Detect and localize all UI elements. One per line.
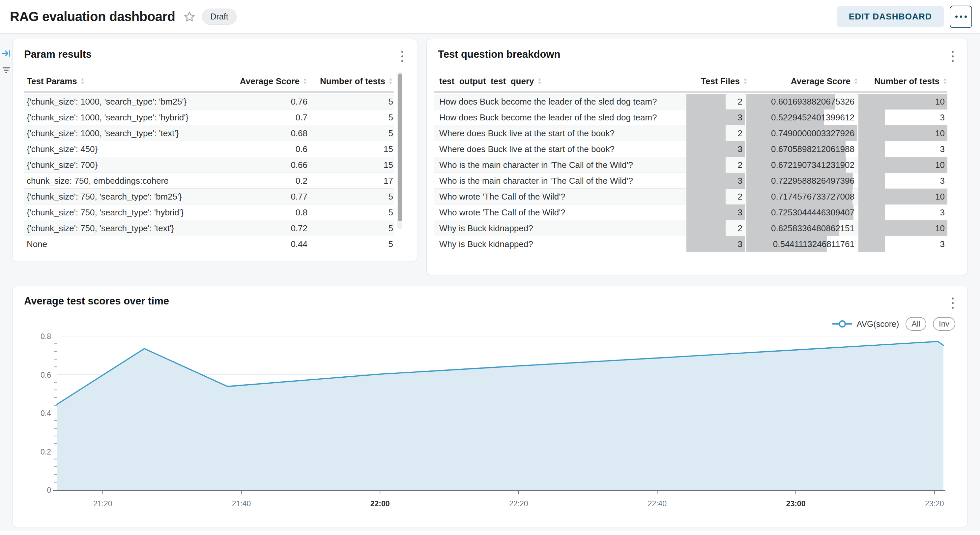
cell-number-of-tests: 5 <box>307 204 394 220</box>
cell-query: Who is the main character in 'The Call o… <box>434 157 685 173</box>
column-header-test-params[interactable]: Test Params <box>24 76 225 86</box>
table-row[interactable]: {'chunk_size': 450}0.615 <box>24 141 394 157</box>
dot <box>960 16 962 18</box>
table-row[interactable]: {'chunk_size': 1000, 'search_type': 'bm2… <box>24 94 394 110</box>
card-menu-kebab-icon[interactable] <box>945 48 960 64</box>
card-title: Param results <box>24 48 92 61</box>
param-results-card: Param results Test Params Average Score … <box>13 39 417 261</box>
cell-number-of-tests: 3 <box>858 141 947 157</box>
more-options-button[interactable] <box>950 6 972 28</box>
svg-text:23:00: 23:00 <box>786 499 806 508</box>
scrollbar-thumb[interactable] <box>398 73 402 221</box>
svg-text:0.2: 0.2 <box>41 447 51 456</box>
cell-query: Who is the main character in 'The Call o… <box>434 173 685 188</box>
cell-query: How does Buck become the leader of the s… <box>434 110 685 125</box>
cell-query: Who wrote 'The Call of the Wild'? <box>434 204 685 220</box>
data-bar <box>686 220 725 236</box>
page-bottom-strip <box>0 531 980 535</box>
sort-icon <box>388 78 393 85</box>
table-body: How does Buck become the leader of the s… <box>434 94 947 252</box>
cell-number-of-tests: 10 <box>858 188 947 204</box>
table-row[interactable]: {'chunk_size': 750, 'search_type': 'text… <box>24 220 394 236</box>
data-bar <box>858 188 947 204</box>
status-badge: Draft <box>202 9 236 25</box>
table-row[interactable]: Where does Buck live at the start of the… <box>434 125 947 141</box>
svg-text:0.8: 0.8 <box>41 332 51 341</box>
cell-test-files: 3 <box>686 204 745 220</box>
table-row[interactable]: {'chunk_size': 1000, 'search_type': 'hyb… <box>24 110 394 125</box>
cell-number-of-tests: 10 <box>858 157 947 173</box>
cell-number-of-tests: 3 <box>858 236 947 252</box>
table-row[interactable]: chunk_size: 750, embeddings:cohere0.217 <box>24 173 394 188</box>
cell-test-params: {'chunk_size': 450} <box>24 141 225 157</box>
cell-number-of-tests: 5 <box>307 110 394 125</box>
cell-number-of-tests: 5 <box>307 236 394 252</box>
param-results-table: Test Params Average Score Number of test… <box>24 72 394 252</box>
cell-average-score: 0.8 <box>225 204 307 220</box>
cell-average-score: 0.68 <box>225 125 307 141</box>
svg-text:23:20: 23:20 <box>925 499 944 508</box>
column-header-test-files[interactable]: Test Files <box>689 76 748 86</box>
cell-average-score: 0.6705898212061988 <box>746 141 857 157</box>
cell-average-score: 0.5441113246811761 <box>746 236 857 252</box>
svg-text:21:40: 21:40 <box>232 499 251 508</box>
data-bar <box>686 94 725 110</box>
sort-icon <box>853 78 858 85</box>
favorite-star-icon[interactable] <box>183 10 196 24</box>
cell-average-score: 0.7229588826497396 <box>746 173 857 188</box>
data-bar <box>858 110 885 125</box>
horizontal-scrollbar[interactable] <box>24 91 394 93</box>
cell-average-score: 0.5229452401399612 <box>746 110 857 125</box>
cell-number-of-tests: 3 <box>858 204 947 220</box>
table-row[interactable]: None0.445 <box>24 236 394 252</box>
cell-average-score: 0.7 <box>225 110 307 125</box>
cell-query: Where does Buck live at the start of the… <box>434 141 685 157</box>
column-header-number-of-tests[interactable]: Number of tests <box>307 76 394 86</box>
cell-average-score: 0.6016938820675326 <box>746 94 857 110</box>
table-row[interactable]: {'chunk_size': 1000, 'search_type': 'tex… <box>24 125 394 141</box>
column-header-query[interactable]: test_output_test_query <box>434 76 689 86</box>
table-row[interactable]: How does Buck become the leader of the s… <box>434 110 947 125</box>
area-chart[interactable]: 00.20.40.60.821:2021:4022:0022:2022:4023… <box>13 286 968 527</box>
sort-icon <box>743 78 748 85</box>
cell-average-score: 0.44 <box>225 236 307 252</box>
column-header-number-of-tests[interactable]: Number of tests <box>858 76 947 86</box>
cell-test-params: {'chunk_size': 750, 'search_type': 'bm25… <box>24 188 225 204</box>
cell-average-score: 0.6258336480862151 <box>746 220 857 236</box>
card-menu-kebab-icon[interactable] <box>395 48 410 64</box>
horizontal-scrollbar[interactable] <box>434 91 947 93</box>
filter-icon <box>1 65 11 75</box>
table-row[interactable]: Why is Buck kidnapped?20.625833648086215… <box>434 220 947 236</box>
table-row[interactable]: Who wrote 'The Call of the Wild'?20.7174… <box>434 188 947 204</box>
table-row[interactable]: Why is Buck kidnapped?30.544111324681176… <box>434 236 947 252</box>
filters-button[interactable] <box>0 63 13 77</box>
card-header: Test question breakdown <box>427 39 967 64</box>
cell-average-score: 0.6 <box>225 141 307 157</box>
cell-test-params: {'chunk_size': 1000, 'search_type': 'bm2… <box>24 94 225 110</box>
edit-dashboard-button[interactable]: EDIT DASHBOARD <box>837 6 944 27</box>
table-row[interactable]: Who is the main character in 'The Call o… <box>434 157 947 173</box>
table-row[interactable]: {'chunk_size': 750, 'search_type': 'hybr… <box>24 204 394 220</box>
table-row[interactable]: Where does Buck live at the start of the… <box>434 141 947 157</box>
expand-panel-button[interactable] <box>0 46 13 61</box>
table-row[interactable]: How does Buck become the leader of the s… <box>434 94 947 110</box>
cell-number-of-tests: 3 <box>858 110 947 125</box>
arrow-to-bar-icon <box>1 48 11 58</box>
column-header-average-score[interactable]: Average Score <box>225 76 307 86</box>
table-row[interactable]: Who wrote 'The Call of the Wild'?30.7253… <box>434 204 947 220</box>
vertical-scrollbar[interactable] <box>398 72 402 229</box>
table-row[interactable]: Who is the main character in 'The Call o… <box>434 173 947 188</box>
table-body: {'chunk_size': 1000, 'search_type': 'bm2… <box>24 94 394 252</box>
data-bar <box>686 188 725 204</box>
column-header-average-score[interactable]: Average Score <box>748 76 858 86</box>
cell-test-params: {'chunk_size': 750, 'search_type': 'text… <box>24 220 225 236</box>
cell-test-files: 3 <box>686 173 745 188</box>
cell-test-params: None <box>24 236 225 252</box>
svg-text:22:20: 22:20 <box>509 499 528 508</box>
cell-query: Why is Buck kidnapped? <box>434 220 685 236</box>
table-row[interactable]: {'chunk_size': 700}0.6615 <box>24 157 394 173</box>
table-row[interactable]: {'chunk_size': 750, 'search_type': 'bm25… <box>24 188 394 204</box>
cell-query: Who wrote 'The Call of the Wild'? <box>434 188 685 204</box>
cell-number-of-tests: 17 <box>307 173 394 188</box>
data-bar <box>858 141 885 157</box>
